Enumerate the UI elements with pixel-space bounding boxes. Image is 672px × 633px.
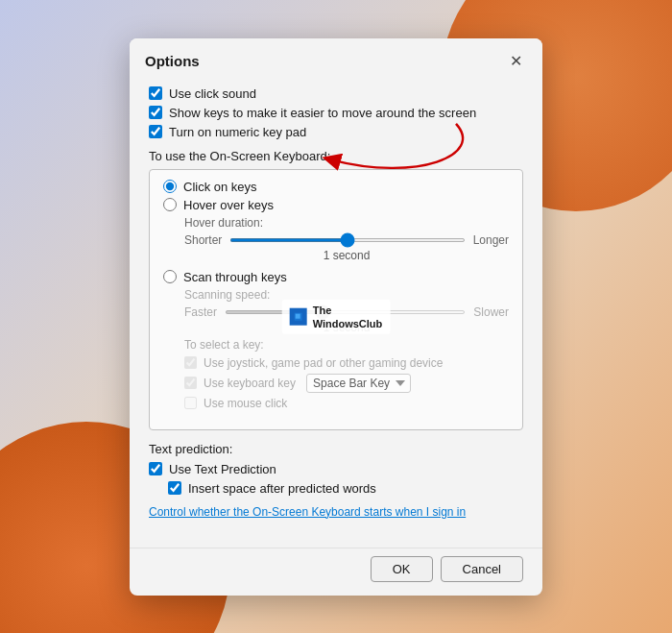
mouse-click-label: Use mouse click [204,397,287,410]
ok-button[interactable]: OK [371,556,433,582]
options-dialog: Options ✕ Use click sound Show keys to m… [130,38,542,596]
hover-slider-value-label: 1 second [184,249,509,262]
insert-space-label: Insert space after predicted words [188,481,376,496]
dialog-footer: OK Cancel [130,548,542,596]
use-text-prediction-row: Use Text Prediction [149,462,523,476]
slower-label: Slower [473,305,509,319]
hover-over-keys-row: Hover over keys [163,198,509,212]
scan-through-keys-label: Scan through keys [183,270,287,284]
shorter-label: Shorter [184,233,222,247]
numeric-keypad-label: Turn on numeric key pad [169,125,306,139]
click-on-keys-row: Click on keys [163,180,509,194]
click-on-keys-radio[interactable] [163,180,177,193]
joystick-row: Use joystick, game pad or other gaming d… [184,356,509,370]
hover-duration-group: Hover duration: Shorter Longer 1 second [184,216,509,262]
numeric-keypad-row: Turn on numeric key pad [149,125,523,139]
to-select-key-label: To select a key: [184,338,509,352]
scan-slider-row: Faster Slower [184,305,509,319]
scan-slider-value-label: 1 second [184,321,509,334]
faster-label: Faster [184,305,217,319]
hover-duration-label: Hover duration: [184,216,509,230]
keyboard-key-checkbox[interactable] [184,377,197,389]
joystick-label: Use joystick, game pad or other gaming d… [204,356,443,370]
use-click-sound-checkbox[interactable] [149,86,162,100]
insert-space-checkbox[interactable] [168,481,181,495]
use-click-sound-label: Use click sound [169,86,256,101]
scan-through-keys-row: Scan through keys [163,270,509,284]
keyboard-starts-link[interactable]: Control whether the On-Screen Keyboard s… [149,505,523,519]
cancel-button[interactable]: Cancel [441,556,523,582]
dialog-content: Use click sound Show keys to make it eas… [130,81,542,544]
scan-through-keys-radio[interactable] [163,270,177,283]
show-keys-checkbox[interactable] [149,106,162,119]
scanning-speed-label: Scanning speed: [184,288,509,302]
click-on-keys-label: Click on keys [183,180,257,194]
scanning-speed-group: Scanning speed: Faster Slower 1 second T… [184,288,509,410]
hover-over-keys-label: Hover over keys [183,198,274,212]
hover-slider-row: Shorter Longer [184,233,509,247]
hover-duration-slider[interactable] [229,238,465,242]
joystick-checkbox[interactable] [184,356,197,369]
mouse-click-row: Use mouse click [184,397,509,410]
show-keys-row: Show keys to make it easier to move arou… [149,106,523,120]
titlebar: Options ✕ [130,38,542,81]
use-click-sound-row: Use click sound [149,86,523,101]
text-prediction-section: Text prediction: Use Text Prediction Ins… [149,442,523,496]
hover-over-keys-radio[interactable] [163,198,177,211]
to-use-label: To use the On-Screen Keyboard: [149,149,523,163]
keyboard-options-section: Click on keys Hover over keys Hover dura… [149,169,523,430]
dialog-title: Options [145,53,200,69]
insert-space-row: Insert space after predicted words [168,481,523,496]
close-button[interactable]: ✕ [504,50,527,73]
text-prediction-label: Text prediction: [149,442,523,456]
longer-label: Longer [473,233,509,247]
keyboard-key-row: Use keyboard key Space Bar Key [184,374,509,393]
scanning-speed-slider[interactable] [225,310,466,314]
mouse-click-checkbox[interactable] [184,397,197,409]
keyboard-key-select[interactable]: Space Bar Key [306,374,411,393]
numeric-keypad-checkbox[interactable] [149,125,162,138]
use-text-prediction-checkbox[interactable] [149,462,162,475]
keyboard-key-label: Use keyboard key [204,377,296,390]
show-keys-label: Show keys to make it easier to move arou… [169,106,476,120]
use-text-prediction-label: Use Text Prediction [169,462,276,476]
